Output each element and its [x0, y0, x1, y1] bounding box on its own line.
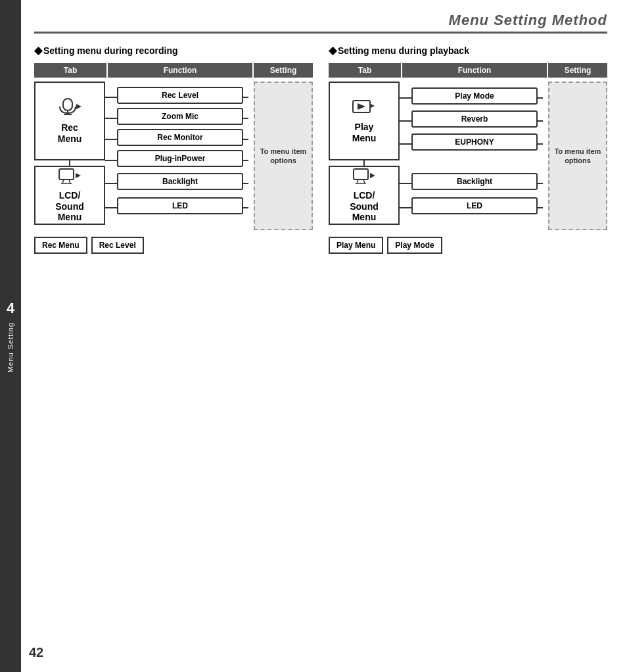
rec-bottom-labels: Rec Menu Rec Level	[34, 237, 313, 254]
playback-heading: ◆Setting menu during playback	[329, 44, 607, 57]
rec-diagram-header: Tab Function Setting	[34, 63, 313, 78]
svg-marker-3	[76, 104, 81, 109]
zoom-mic-row: Zoom Mic	[105, 108, 248, 129]
play-header-function: Function	[402, 63, 547, 78]
main-content: Menu Setting Method ◆Setting menu during…	[21, 0, 627, 672]
rec-lcd-label: LCD/SoundMenu	[55, 190, 84, 223]
reverb-box: Reverb	[411, 110, 538, 128]
rec-header-setting: Setting	[254, 63, 313, 78]
play-led-row: LED	[400, 197, 543, 218]
diamond-icon: ◆	[34, 45, 42, 56]
content-columns: ◆Setting menu during recording Tab Funct…	[34, 44, 607, 254]
play-tab-column: PlayMenu	[329, 82, 400, 230]
play-lcd-label: LCD/SoundMenu	[350, 190, 379, 223]
rec-level-box: Rec Level	[117, 87, 243, 104]
svg-marker-8	[76, 173, 81, 178]
plug-in-box: Plug-inPower	[117, 150, 243, 167]
play-header-setting: Setting	[548, 63, 607, 78]
play-setting-label: To menu item options	[549, 147, 606, 166]
svg-rect-4	[59, 169, 74, 180]
play-v-connector	[363, 160, 365, 166]
rec-bottom-label-1: Rec Menu	[34, 237, 87, 254]
play-lcd-functions: Backlight LED	[400, 166, 543, 225]
rec-lcd-functions: Backlight LED	[105, 166, 248, 225]
zoom-mic-box: Zoom Mic	[117, 108, 243, 125]
rec-lcd-menu-box: LCD/SoundMenu	[34, 166, 105, 225]
play-lcd-icon	[351, 168, 377, 187]
play-bottom-labels: Play Menu Play Mode	[329, 237, 607, 254]
recording-column: ◆Setting menu during recording Tab Funct…	[34, 44, 313, 254]
play-lcd-menu-box: LCD/SoundMenu	[329, 166, 400, 225]
rec-monitor-row: Rec Monitor	[105, 129, 248, 150]
play-mode-box: Play Mode	[411, 87, 538, 105]
euphony-row: EUPHONY	[400, 133, 543, 155]
page-title: Menu Setting Method	[34, 12, 607, 29]
play-menu-functions: Play Mode Reverb EUPHONY	[400, 82, 543, 160]
play-func-area: Play Mode Reverb EUPHONY	[400, 82, 543, 230]
diamond-icon-play: ◆	[329, 45, 337, 56]
title-underline	[34, 32, 607, 34]
side-tab: 4 Menu Setting	[0, 0, 21, 672]
recording-heading: ◆Setting menu during recording	[34, 44, 313, 57]
rec-func-area: Rec Level Zoom Mic Rec Monitor	[105, 82, 248, 230]
play-diagram-body: PlayMenu	[329, 82, 607, 230]
play-menu-icon	[351, 98, 377, 119]
play-backlight-box: Backlight	[411, 173, 538, 190]
play-setting-col: To menu item options	[548, 82, 607, 230]
play-menu-box: PlayMenu	[329, 82, 400, 160]
svg-marker-10	[358, 103, 365, 110]
rec-header-tab: Tab	[34, 63, 106, 78]
rec-bottom-label-2: Rec Level	[91, 237, 144, 254]
rec-lcd-icon	[57, 168, 83, 187]
rec-monitor-box: Rec Monitor	[117, 129, 243, 146]
play-backlight-row: Backlight	[400, 173, 543, 194]
rec-level-row: Rec Level	[105, 87, 248, 108]
rec-header-function: Function	[108, 63, 252, 78]
svg-rect-0	[63, 99, 72, 110]
rec-menu-icon	[57, 97, 83, 120]
chapter-label: Menu Setting	[7, 322, 14, 373]
rec-setting-label: To menu item options	[255, 147, 312, 166]
svg-rect-12	[354, 169, 368, 180]
chapter-number: 4	[7, 300, 14, 317]
page-number: 42	[29, 645, 43, 660]
rec-diagram-body: RecMenu	[34, 82, 313, 230]
rec-setting-col: To menu item options	[254, 82, 313, 230]
play-led-box: LED	[411, 197, 538, 214]
play-diagram-header: Tab Function Setting	[329, 63, 607, 78]
svg-marker-11	[369, 103, 375, 108]
play-menu-label: PlayMenu	[352, 122, 377, 144]
play-spacer	[400, 160, 543, 166]
svg-marker-16	[370, 173, 375, 178]
rec-menu-box: RecMenu	[34, 82, 105, 160]
backlight-box: Backlight	[117, 173, 243, 190]
led-row: LED	[105, 197, 248, 218]
led-box: LED	[117, 197, 243, 214]
rec-menu-label: RecMenu	[58, 122, 82, 145]
reverb-row: Reverb	[400, 110, 543, 132]
play-mode-row: Play Mode	[400, 87, 543, 108]
playback-column: ◆Setting menu during playback Tab Functi…	[329, 44, 607, 254]
rec-v-connector	[69, 160, 70, 166]
play-bottom-label-2: Play Mode	[387, 237, 442, 254]
euphony-box: EUPHONY	[411, 133, 538, 151]
backlight-row: Backlight	[105, 173, 248, 194]
rec-tab-column: RecMenu	[34, 82, 105, 230]
play-bottom-label-1: Play Menu	[329, 237, 383, 254]
rec-menu-functions: Rec Level Zoom Mic Rec Monitor	[105, 82, 248, 160]
play-header-tab: Tab	[329, 63, 401, 78]
